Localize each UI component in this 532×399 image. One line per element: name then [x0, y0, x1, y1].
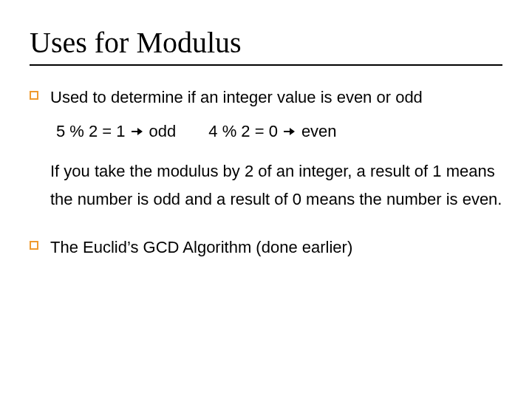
bullet-text: Used to determine if an integer value is…: [50, 86, 423, 109]
slide-title: Uses for Modulus: [30, 25, 502, 60]
bullet-item: The Euclid’s GCD Algorithm (done earlier…: [30, 236, 502, 259]
square-bullet-icon: [30, 241, 38, 250]
example-expression: 5 % 2 = 1: [56, 122, 126, 141]
square-bullet-icon: [30, 91, 38, 100]
example-result: odd: [149, 122, 177, 141]
example-item: 5 % 2 = 1 odd: [56, 122, 176, 141]
example-item: 4 % 2 = 0 even: [208, 122, 336, 141]
bullet-item: Used to determine if an integer value is…: [30, 86, 502, 109]
example-result: even: [301, 122, 337, 141]
slide: Uses for Modulus Used to determine if an…: [0, 0, 532, 399]
explanation-text: If you take the modulus by 2 of an integ…: [50, 157, 502, 214]
arrow-icon: [132, 126, 143, 137]
examples-row: 5 % 2 = 1 odd 4 % 2 = 0 even: [56, 122, 502, 141]
example-expression: 4 % 2 = 0: [208, 122, 278, 141]
bullet-text: The Euclid’s GCD Algorithm (done earlier…: [50, 236, 352, 259]
arrow-icon: [284, 126, 296, 137]
title-underline: [30, 64, 502, 66]
